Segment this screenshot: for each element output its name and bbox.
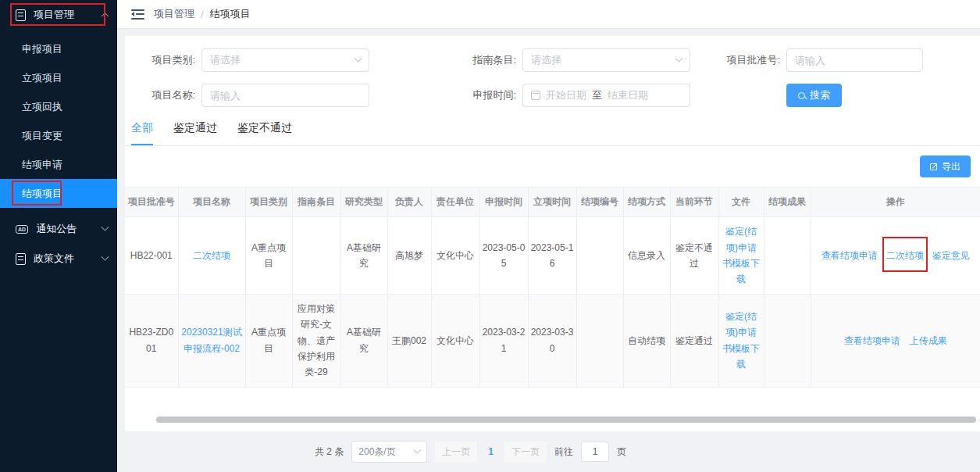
sidebar-item-setup-project[interactable]: 立项项目 [0,63,117,92]
sidebar-submenu: 申报项目 立项项目 立项回执 项目变更 结项申请 结项项目 [0,30,117,208]
projects-table: 项目批准号 项目名称 项目类别 指南条目 研究类型 负责人 责任单位 申报时间 … [125,187,980,388]
table-header-row: 项目批准号 项目名称 项目类别 指南条目 研究类型 负责人 责任单位 申报时间 … [125,188,980,217]
panel-card: 项目类别: 请选择 指南条目: 请选择 项目 [125,36,980,431]
cell-setup-time: 2023-05-16 [528,217,576,295]
tab-appraisal-passed[interactable]: 鉴定通过 [173,121,217,145]
project-name-input[interactable] [201,84,369,107]
tab-all[interactable]: 全部 [131,121,153,145]
sidebar-item-setup-receipt[interactable]: 立项回执 [0,92,117,121]
cell-current-stage: 鉴定通过 [670,294,718,387]
search-button-label: 搜索 [810,88,830,102]
sidebar-item-label: 立项回执 [22,100,62,114]
cell-unit: 文化中心 [431,217,479,295]
filter-label: 项目类别: [125,53,201,67]
select-placeholder: 请选择 [210,53,241,67]
collapse-menu-icon[interactable] [131,9,144,20]
content: 项目类别: 请选择 指南条目: 请选择 项目 [117,29,980,472]
search-button[interactable]: 搜索 [786,84,842,107]
project-name-link[interactable]: 二次结项 [193,250,230,261]
chevron-down-icon [102,223,109,231]
page-size-value: 200条/页 [358,445,395,459]
approval-no-input[interactable] [786,48,923,72]
col-research-type: 研究类型 [340,188,387,217]
status-tabs: 全部 鉴定通过 鉴定不通过 [125,121,980,146]
cell-approval-no: HB22-001 [125,217,178,295]
sidebar-item-label: 结项申请 [22,158,62,172]
horizontal-scrollbar[interactable] [156,417,976,423]
end-date-placeholder: 结束日期 [608,88,648,102]
goto-page-input[interactable] [581,442,609,462]
sidebar-item-notice[interactable]: AD 通知公告 [0,214,117,244]
search-icon [798,92,805,99]
chevron-up-icon [102,12,109,20]
export-button-label: 导出 [942,160,960,173]
action-view-conclude-apply[interactable]: 查看结项申请 [821,250,878,261]
filter-project-name: 项目名称: [125,84,369,107]
filter-approval-no: 项目批准号: [706,48,923,72]
col-conclude-no: 结项编号 [576,188,623,217]
prev-page-button[interactable]: 上一页 [435,442,477,463]
col-project-name: 项目名称 [178,188,245,217]
export-icon [930,163,937,170]
apply-time-range-picker[interactable]: 开始日期 至 结束日期 [522,84,690,107]
chevron-down-icon [675,54,683,62]
filter-row-1: 项目类别: 请选择 指南条目: 请选择 项目 [125,48,980,72]
tab-appraisal-failed[interactable]: 鉴定不通过 [237,121,292,145]
announcement-icon: AD [16,225,28,234]
cell-apply-time: 2023-03-21 [479,294,528,387]
sidebar-group-label: 通知公告 [36,222,102,236]
col-unit: 责任单位 [431,188,479,217]
col-result: 结项成果 [764,188,811,217]
sidebar-item-conclude-project[interactable]: 结项项目 [0,179,117,208]
next-page-button[interactable]: 下一页 [504,442,547,463]
chevron-down-icon [102,252,109,260]
sidebar-item-label: 项目变更 [22,129,62,143]
export-button[interactable]: 导出 [920,156,971,177]
project-name-link[interactable]: 20230321测试申报流程-002 [181,327,241,353]
filter-label: 项目名称: [125,88,201,102]
cell-guide: 应用对策研究-文物、遗产保护利用类-29 [292,294,340,387]
col-current-stage: 当前环节 [670,188,718,217]
cell-unit: 文化中心 [431,294,479,387]
sidebar: 项目管理 申报项目 立项项目 立项回执 项目变更 结项申请 结项项目 AD 通知… [0,0,117,472]
action-upload-result[interactable]: 上传成果 [910,335,947,346]
col-conclude-mode: 结项方式 [623,188,670,217]
sidebar-item-label: 结项项目 [22,187,62,201]
guide-item-select[interactable]: 请选择 [522,48,690,72]
cell-approval-no: HB23-ZD001 [125,294,178,387]
sidebar-item-project-management[interactable]: 项目管理 [0,0,117,30]
col-guide: 指南条目 [292,188,340,217]
table-toolbar: 导出 [125,146,980,187]
spacer [0,208,117,214]
action-appraisal-opinion[interactable]: 鉴定意见 [932,250,970,261]
topbar: 项目管理 / 结项项目 [117,0,980,29]
action-second-conclude[interactable]: 二次结项 [886,250,924,261]
cell-category: A重点项目 [245,294,292,387]
start-date-placeholder: 开始日期 [546,88,586,102]
cell-leader: 高旭梦 [387,217,431,295]
cell-current-stage: 鉴定不通过 [670,217,718,295]
template-download-link[interactable]: 鉴定(结项)申请书模板下载 [722,226,760,284]
cell-conclude-mode: 自动结项 [623,294,670,387]
sidebar-item-policy-files[interactable]: 政策文件 [0,244,117,274]
filter-label: 项目批准号: [706,53,786,67]
cell-conclude-no [576,217,623,295]
page-number-current[interactable]: 1 [485,446,497,457]
action-view-conclude-apply[interactable]: 查看结项申请 [844,335,900,346]
cell-conclude-mode: 信息录入 [623,217,670,295]
cell-guide [292,217,340,295]
sidebar-item-declare-project[interactable]: 申报项目 [0,34,117,63]
breadcrumb-project-management[interactable]: 项目管理 [154,7,194,21]
table-row: HB23-ZD001 20230321测试申报流程-002 A重点项目 应用对策… [125,294,980,387]
template-download-link[interactable]: 鉴定(结项)申请书模板下载 [722,311,760,370]
sidebar-item-project-change[interactable]: 项目变更 [0,121,117,150]
goto-label: 前往 [554,445,573,459]
sidebar-item-conclude-apply[interactable]: 结项申请 [0,150,117,179]
calendar-icon [531,91,540,100]
cell-research-type: A基础研究 [340,294,387,387]
page-size-select[interactable]: 200条/页 [351,441,427,463]
col-file: 文件 [718,188,764,217]
main-area: 项目管理 / 结项项目 项目类别: 请选择 指南条目: [117,0,980,472]
filter-label: 指南条目: [454,53,522,67]
project-category-select[interactable]: 请选择 [201,48,369,72]
